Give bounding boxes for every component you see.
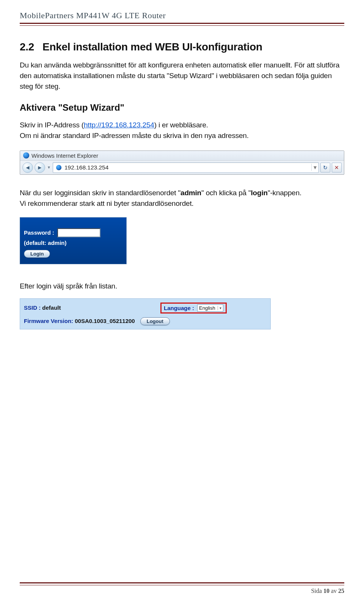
- chevron-down-icon: ▼: [47, 165, 51, 169]
- recommend-text: Vi rekommenderar stark att ni byter stan…: [20, 199, 194, 207]
- page-number: Sida 10 av 25: [20, 588, 344, 594]
- section-heading: 2.2Enkel installation med WEB UI-konfigu…: [20, 41, 344, 53]
- subheading-setup-wizard: Aktivera "Setup Wizard": [20, 102, 344, 113]
- ip-instruction: Skriv in IP-Address (http://192.168.123.…: [20, 120, 344, 141]
- section-number: 2.2: [20, 41, 42, 53]
- ssid-label: SSID :: [24, 304, 42, 311]
- after-login-instruction: Efter login välj språk från listan.: [20, 281, 344, 292]
- stop-button[interactable]: ✕: [332, 163, 342, 172]
- section-title: Enkel installation med WEB UI-konfigurat…: [42, 41, 262, 53]
- status-language-panel: SSID : default Language : English ▾ Firm…: [20, 298, 271, 329]
- language-select[interactable]: English ▾: [197, 304, 223, 312]
- login-bold: login: [251, 189, 268, 197]
- arrow-right-icon: ►: [37, 164, 43, 171]
- ie-nav-row: ◄ ► ▼ 192.168.123.254 ▾ ↻ ✕: [20, 161, 344, 174]
- address-url: 192.168.123.254: [64, 164, 311, 171]
- intro-paragraph: Du kan använda webbgränssnittet för att …: [20, 60, 344, 92]
- ip-link[interactable]: http://192.168.123.254: [84, 121, 154, 129]
- nav-history-dropdown[interactable]: ▼: [47, 163, 51, 172]
- login-instruction: När du ser logginsidan skriv in standard…: [20, 188, 344, 209]
- address-bar[interactable]: 192.168.123.254 ▾: [53, 162, 319, 173]
- password-input[interactable]: [57, 228, 100, 237]
- login-panel: Password : (default: admin) Login: [20, 217, 127, 264]
- ssid-value: default: [42, 304, 61, 311]
- refresh-icon: ↻: [323, 165, 328, 171]
- ie-title-text: Windows Internet Explorer: [31, 152, 98, 159]
- language-label: Language :: [164, 305, 194, 311]
- footer-rule: [20, 582, 344, 585]
- document-header: MobilePartners MP441W 4G LTE Router: [20, 11, 344, 22]
- forward-button[interactable]: ►: [35, 162, 45, 173]
- ie-titlebar: Windows Internet Explorer: [20, 151, 344, 161]
- admin-bold: admin: [180, 189, 201, 197]
- ip-pre-text: Skriv in IP-Address (: [20, 121, 84, 129]
- page-footer: Sida 10 av 25: [20, 582, 344, 594]
- ip-post-text: ) i er webbläsare.: [154, 121, 208, 129]
- language-value: English: [199, 305, 215, 311]
- address-dropdown[interactable]: ▾: [311, 164, 318, 171]
- page-favicon-icon: [55, 164, 62, 171]
- close-icon: ✕: [334, 165, 339, 171]
- password-label: Password :: [24, 229, 54, 236]
- logout-button[interactable]: Logout: [140, 317, 170, 325]
- back-button[interactable]: ◄: [22, 162, 33, 173]
- arrow-left-icon: ◄: [25, 164, 31, 171]
- password-default-hint: (default: admin): [24, 240, 122, 246]
- chevron-down-icon: ▾: [218, 306, 221, 310]
- ip-note: Om ni ändrar standard IP-adressen måste …: [20, 132, 249, 140]
- header-rule: [20, 23, 344, 26]
- go-refresh-button[interactable]: ↻: [320, 163, 330, 172]
- language-select-highlight: Language : English ▾: [160, 303, 227, 314]
- login-button[interactable]: Login: [24, 250, 50, 258]
- firmware-value: 00SA0.1003_05211200: [75, 318, 135, 324]
- ie-browser-chrome: Windows Internet Explorer ◄ ► ▼ 192.168.…: [20, 150, 344, 175]
- ie-logo-icon: [23, 152, 29, 158]
- firmware-label: Firmware Version:: [24, 318, 75, 324]
